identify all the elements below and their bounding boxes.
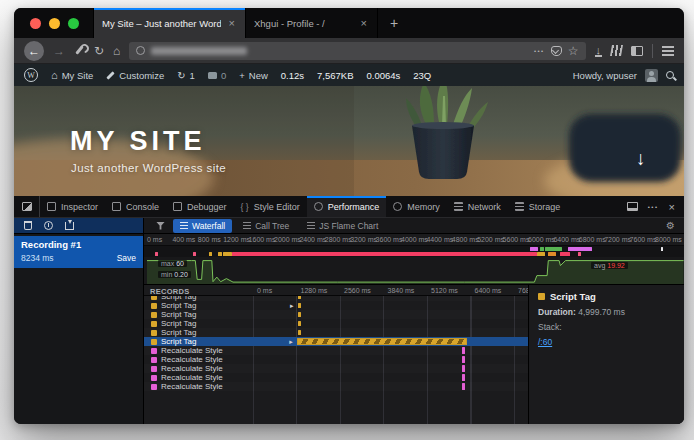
browser-tab-xhgui[interactable]: Xhgui - Profile - / × [245,8,377,38]
bookmark-star-icon[interactable]: ☆ [568,44,579,58]
performance-toolbar: WaterfallCall TreeJS Flame Chart ⚙ [14,218,684,234]
recording-item[interactable]: Recording #1 8234 ms Save [14,236,143,268]
devtools-tab-network[interactable]: Network [447,196,508,217]
ruler-tick: 3200 ms [350,236,377,243]
home-button[interactable]: ⌂ [113,45,120,57]
devtools-tab-storage[interactable]: Storage [508,196,568,217]
console-icon [112,202,121,211]
overview-segment [661,247,664,251]
reload-button[interactable]: ↻ [94,45,104,57]
close-tab-icon[interactable]: × [227,17,237,29]
site-info-icon[interactable] [136,46,145,55]
search-icon[interactable] [666,71,674,79]
record-label: Script Tag [161,337,196,346]
admin-new[interactable]: +New [239,70,268,81]
storage-icon [515,202,524,211]
nav-toolbar: ← → ↻ ⌂ ••• ☆ ↓ [14,38,684,64]
ruler-tick: 2800 ms [325,236,352,243]
traffic-lights [14,8,93,38]
stat-memory: 7,567KB [317,70,353,81]
record-performance-icon[interactable] [44,221,53,230]
howdy-user[interactable]: Howdy, wpuser [573,70,637,81]
gear-icon[interactable]: ⚙ [657,220,684,231]
overview-segment [537,252,545,256]
waterfall-ruler-tick: 0 ms [257,287,272,294]
zoom-window-button[interactable] [68,18,79,29]
menu-hamburger-icon[interactable] [662,46,674,56]
fps-overview[interactable]: max 60 min 0.20 avg 19.92 [144,257,684,285]
stat-load-time: 0.12s [281,70,304,81]
forward-button[interactable]: → [53,45,65,57]
library-icon[interactable] [610,45,623,56]
style-marker-icon [151,384,157,390]
style-marker-icon [151,366,157,372]
devtools-meatball-menu-icon[interactable]: ••• [648,204,659,210]
wordpress-logo-icon[interactable]: W [24,68,38,82]
script-marker-icon [151,303,157,309]
record-label: Recalculate Style [161,382,223,391]
downloads-button[interactable]: ↓ [595,45,603,57]
view-tab-call-tree[interactable]: Call Tree [236,219,296,233]
record-label: Script Tag [161,328,196,337]
devtools-tab-inspector[interactable]: Inspector [40,196,105,217]
overview-lanes[interactable] [144,246,684,257]
admin-updates[interactable]: ↻1 [177,70,195,81]
record-bar [462,356,465,363]
twisty-icon[interactable]: ▸ [290,301,294,310]
view-tab-waterfall[interactable]: Waterfall [173,219,232,233]
page-actions-icon[interactable]: ••• [534,48,545,54]
record-bar [462,365,465,372]
stack-frame-link[interactable]: /:60 [538,337,552,347]
comments-icon [208,72,217,79]
pocket-icon[interactable] [551,46,562,56]
browser-tab-my-site[interactable]: My Site – Just another WordPress S × [93,8,245,38]
wp-admin-bar: W ⌂My Site Customize ↻1 0 +New 0.12s 7,5… [14,64,684,86]
record-label: Script Tag [161,310,196,319]
devtools-tab-debugger[interactable]: Debugger [166,196,234,217]
new-tab-button[interactable]: + [377,8,410,38]
close-tab-icon[interactable]: × [359,17,369,29]
script-marker-icon [151,321,157,327]
clear-recordings-icon[interactable] [24,221,32,230]
devtools-tabbar: InspectorConsoleDebugger{ }Style EditorP… [14,196,684,218]
devtools-tab-memory[interactable]: Memory [386,196,447,217]
script-marker-icon [151,330,157,336]
pick-element-button[interactable] [14,196,40,217]
avatar[interactable] [645,69,658,82]
dock-position-icon[interactable] [627,202,638,211]
ruler-tick: 5600 ms [503,236,530,243]
devtools-tab-console[interactable]: Console [105,196,166,217]
marker-detail-panel: Script Tag Duration: 4,999.70 ms Stack: … [528,285,684,424]
save-recording-link[interactable]: Save [117,253,136,263]
toolbar-divider [652,44,653,58]
record-bar [298,330,301,335]
twisty-icon[interactable]: ▸ [289,337,293,346]
view-tab-js-flame-chart[interactable]: JS Flame Chart [300,219,385,233]
script-marker-icon [151,312,157,318]
record-label: Script Tag [161,301,196,310]
sidebar-toggle-icon[interactable] [631,46,643,56]
fps-avg-label: avg 19.92 [591,262,628,269]
ruler-tick: 4000 ms [401,236,428,243]
waterfall-ruler-tick: 1280 ms [301,287,328,294]
overview-segment [209,252,212,256]
back-button[interactable]: ← [24,41,44,61]
overview-segment [232,252,536,256]
devtools-tab-performance[interactable]: Performance [307,196,387,217]
admin-my-site[interactable]: ⌂My Site [51,69,93,81]
timeline-ruler[interactable]: 0 ms400 ms800 ms1200 ms1600 ms2000 ms240… [144,234,684,246]
import-recording-icon[interactable] [65,222,74,230]
scroll-down-arrow[interactable]: ↓ [636,148,646,170]
devtools-close-icon[interactable]: × [669,201,675,213]
wrench-icon[interactable] [74,45,85,56]
close-window-button[interactable] [30,18,41,29]
minimize-window-button[interactable] [49,18,60,29]
admin-customize[interactable]: Customize [106,70,164,81]
url-bar[interactable]: ••• ☆ [129,42,585,60]
ruler-tick: 6400 ms [553,236,580,243]
admin-comments[interactable]: 0 [208,70,226,81]
filter-icon[interactable] [156,222,165,230]
devtools-tab-style-editor[interactable]: { }Style Editor [234,196,307,217]
url-text-obscured [151,47,247,55]
record-bar [462,383,465,390]
